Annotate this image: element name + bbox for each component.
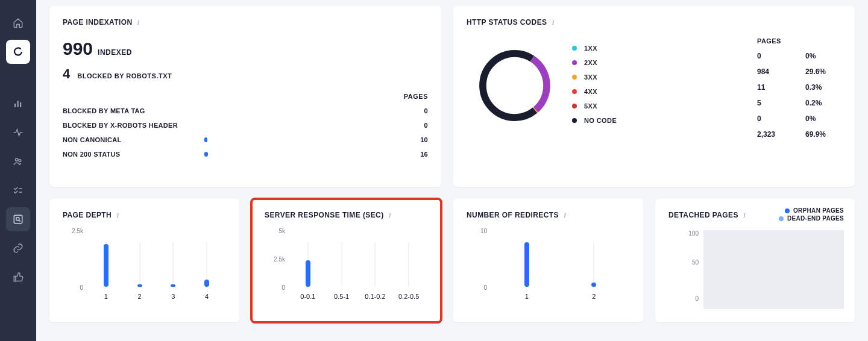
- http-counts: PAGES 00%98429.6%110.3%50.2%00%2,32369.9…: [757, 37, 841, 139]
- svg-point-3: [16, 158, 19, 161]
- ytick: 10: [467, 228, 487, 234]
- bar: [306, 260, 310, 287]
- detached-legend: ORPHAN PAGES DEAD-END PAGES: [779, 207, 844, 222]
- xtick: 0.1-0.2: [365, 293, 385, 300]
- srt-title: SERVER RESPONSE TIME (SEC) i: [265, 211, 428, 219]
- analytics-icon[interactable]: [6, 92, 30, 116]
- info-icon[interactable]: i: [743, 211, 746, 219]
- checklist-icon[interactable]: [6, 178, 30, 202]
- count-pct: 0%: [805, 114, 835, 123]
- title-text: NUMBER OF REDIRECTS: [467, 211, 559, 219]
- redirects-chart: 10012: [467, 228, 630, 300]
- count-pct: 0.3%: [805, 83, 835, 92]
- redirects-card: NUMBER OF REDIRECTS i 10012: [453, 199, 643, 322]
- title-text: PAGE INDEXATION: [63, 18, 133, 27]
- count-pct: 0.2%: [805, 99, 835, 107]
- blocked-row: 4 BLOCKED BY ROBOTS.TXT: [63, 66, 428, 82]
- svg-rect-0: [14, 104, 16, 107]
- redirects-title: NUMBER OF REDIRECTS i: [467, 211, 630, 219]
- count-row: 110.3%: [757, 83, 841, 92]
- bar: [104, 244, 108, 287]
- detached-pages-card: DETACHED PAGES i ORPHAN PAGES DEAD-END P…: [655, 199, 855, 322]
- count-row: 50.2%: [757, 99, 841, 107]
- server-response-time-card: SERVER RESPONSE TIME (SEC) i 5k2.5k00-0.…: [251, 199, 441, 322]
- indexation-row[interactable]: BLOCKED BY META TAG0: [63, 107, 428, 114]
- info-icon[interactable]: i: [564, 211, 567, 219]
- pages-header: PAGES: [63, 93, 428, 100]
- legend-dot: [572, 75, 577, 80]
- count-row: 00%: [757, 114, 841, 123]
- http-title: HTTP STATUS CODES i: [467, 18, 841, 27]
- xtick: 2: [592, 293, 596, 300]
- stat-bar: [204, 137, 398, 142]
- indexation-row[interactable]: NON CANONICAL10: [63, 136, 428, 143]
- legend-dot: [572, 118, 577, 123]
- title-text: SERVER RESPONSE TIME (SEC): [265, 211, 384, 219]
- ytick: 2.5k: [265, 256, 285, 263]
- detached-chart: [703, 230, 844, 309]
- link-icon[interactable]: [6, 236, 30, 260]
- main: PAGE INDEXATION i 990 INDEXED 4 BLOCKED …: [36, 0, 868, 341]
- logo-icon[interactable]: [6, 40, 30, 64]
- ytick: 0: [265, 284, 285, 291]
- stat-value: 0: [404, 122, 428, 129]
- legend-dot: [572, 60, 577, 65]
- indexed-row: 990 INDEXED: [63, 39, 428, 59]
- ytick: 0: [678, 295, 699, 302]
- page-depth-title: PAGE DEPTH i: [63, 211, 226, 219]
- indexation-row[interactable]: NON 200 STATUS16: [63, 151, 428, 158]
- activity-icon[interactable]: [6, 120, 30, 145]
- xtick: 3: [171, 293, 175, 300]
- count-pct: 69.9%: [805, 130, 835, 139]
- stat-value: 10: [404, 136, 428, 143]
- stat-bar: [204, 108, 398, 113]
- legend-dot: [572, 89, 577, 94]
- page-indexation-card: PAGE INDEXATION i 990 INDEXED 4 BLOCKED …: [49, 6, 441, 187]
- users-icon[interactable]: [6, 149, 30, 174]
- title-text: HTTP STATUS CODES: [467, 18, 547, 27]
- count-value: 2,323: [757, 130, 787, 139]
- sidebar: [0, 0, 36, 341]
- ytick: 50: [678, 259, 699, 266]
- page-indexation-title: PAGE INDEXATION i: [63, 18, 428, 27]
- legend-row[interactable]: 3XX: [572, 74, 735, 81]
- legend-label: NO CODE: [584, 117, 617, 124]
- count-pct: 29.6%: [805, 67, 835, 76]
- stat-label: NON CANONICAL: [63, 136, 198, 143]
- legend-row[interactable]: 2XX: [572, 59, 735, 66]
- stat-label: NON 200 STATUS: [63, 151, 198, 158]
- xtick: 0-0.1: [300, 293, 315, 300]
- home-icon[interactable]: [6, 11, 30, 35]
- info-icon[interactable]: i: [137, 19, 140, 26]
- thumb-icon[interactable]: [6, 265, 30, 289]
- ytick: 100: [678, 230, 699, 237]
- stat-label: BLOCKED BY META TAG: [63, 107, 198, 114]
- legend-row[interactable]: 5XX: [572, 102, 735, 110]
- svg-rect-1: [17, 101, 19, 108]
- page-depth-card: PAGE DEPTH i 2.5k01234: [49, 199, 239, 322]
- info-icon[interactable]: i: [116, 211, 119, 219]
- bar: [171, 284, 175, 287]
- deadend-label: DEAD-END PAGES: [787, 215, 844, 222]
- info-icon[interactable]: i: [552, 19, 555, 26]
- svg-line-9: [19, 221, 20, 222]
- ytick: 5k: [265, 228, 285, 234]
- ytick: 0: [63, 284, 83, 291]
- legend-label: 3XX: [584, 74, 597, 81]
- legend-row[interactable]: 1XX: [572, 45, 735, 52]
- inspect-icon[interactable]: [6, 207, 30, 231]
- count-value: 5: [757, 99, 787, 107]
- xtick: 1: [525, 293, 529, 300]
- legend-dot: [572, 104, 577, 108]
- title-text: PAGE DEPTH: [63, 211, 112, 219]
- xtick: 4: [205, 293, 209, 300]
- legend-row[interactable]: NO CODE: [572, 117, 735, 124]
- indexation-row[interactable]: BLOCKED BY X-ROBOTS HEADER0: [63, 122, 428, 129]
- legend-label: 4XX: [584, 88, 597, 95]
- xtick: 0.2-0.5: [398, 293, 419, 300]
- count-pct: 0%: [805, 52, 835, 60]
- legend-row[interactable]: 4XX: [572, 88, 735, 95]
- blocked-count: 4: [63, 66, 70, 82]
- info-icon[interactable]: i: [389, 211, 392, 219]
- pages-header: PAGES: [757, 37, 841, 45]
